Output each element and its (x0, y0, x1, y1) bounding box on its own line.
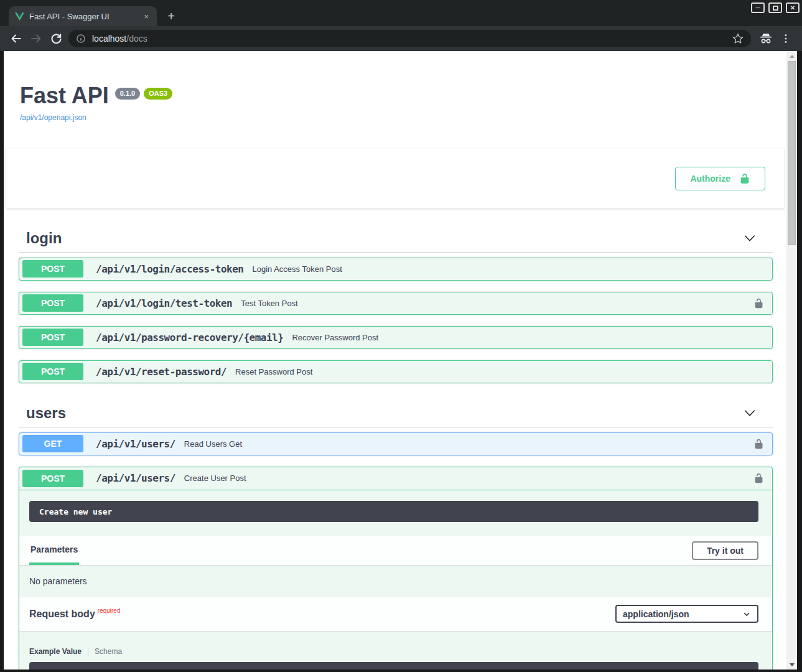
endpoint-password-recovery[interactable]: POST /api/v1/password-recovery/{email} R… (19, 326, 773, 349)
address-bar[interactable]: localhost/docs (68, 30, 751, 47)
site-info-icon[interactable] (76, 34, 86, 44)
required-badge: required (98, 607, 121, 614)
page-scrollbar[interactable] (786, 51, 797, 670)
request-body-label: Request body (29, 609, 95, 620)
browser-tab[interactable]: Fast API - Swagger UI × (9, 6, 157, 26)
api-info: Fast API 0.1.0 OAS3 /api/v1/openapi.json (4, 51, 786, 123)
operation-description-text: Create new user (39, 507, 112, 516)
model-example: Example Value Schema { (29, 647, 758, 670)
tab-close-icon[interactable]: × (142, 12, 151, 21)
scrollbar-down-arrow[interactable] (786, 660, 797, 670)
back-button[interactable] (6, 29, 26, 49)
section-users: users GET /api/v1/users/ Read Users Get … (19, 399, 773, 670)
method-badge: POST (22, 294, 83, 312)
tab-separator (88, 647, 88, 656)
tab-parameters[interactable]: Parameters (29, 536, 79, 565)
scrollbar-up-arrow[interactable] (786, 51, 797, 61)
method-badge: POST (22, 470, 83, 487)
method-badge: POST (22, 329, 83, 346)
endpoint-path: /api/v1/login/access-token (96, 263, 243, 275)
endpoint-login-access-token[interactable]: POST /api/v1/login/access-token Login Ac… (19, 258, 773, 281)
endpoint-path: /api/v1/login/test-token (96, 297, 232, 309)
operation-description: Create new user (29, 501, 758, 522)
chevron-down-icon[interactable] (743, 406, 757, 420)
endpoint-path: /api/v1/users/ (96, 438, 175, 450)
url-host: localhost (92, 34, 126, 44)
section-login-header[interactable]: login (19, 225, 773, 253)
authorize-label: Authorize (690, 174, 730, 183)
scrollbar-thumb[interactable] (788, 61, 796, 245)
section-users-header[interactable]: users (19, 399, 773, 427)
example-code-block[interactable]: { (29, 662, 758, 670)
request-body-header: Request body required application/json (19, 597, 772, 631)
browser-menu-button[interactable] (776, 29, 796, 49)
endpoint-summary: Login Access Token Post (252, 264, 769, 274)
page-viewport: Fast API 0.1.0 OAS3 /api/v1/openapi.json… (4, 51, 797, 670)
tab-schema[interactable]: Schema (95, 647, 122, 656)
favicon-icon (15, 12, 24, 21)
auth-lock-icon[interactable] (753, 298, 764, 309)
endpoint-summary: Reset Password Post (235, 367, 769, 376)
window-maximize-button[interactable] (768, 2, 782, 13)
unlock-icon (739, 173, 750, 184)
bookmark-star-icon[interactable] (732, 33, 744, 44)
tab-example-value[interactable]: Example Value (29, 647, 82, 656)
url-path: /docs (126, 34, 147, 44)
auth-lock-icon[interactable] (753, 439, 764, 449)
swagger-ui: Fast API 0.1.0 OAS3 /api/v1/openapi.json… (4, 51, 786, 670)
new-tab-button[interactable]: + (163, 8, 179, 24)
section-title: login (26, 230, 743, 247)
maximize-icon (773, 6, 778, 11)
select-chevron-icon (742, 610, 751, 618)
window-minimize-button[interactable]: ─ (751, 2, 765, 13)
version-badge: 0.1.0 (115, 88, 140, 100)
scheme-container: Authorize (6, 149, 784, 208)
chevron-down-icon[interactable] (743, 231, 757, 245)
window-close-button[interactable]: ✕ (786, 2, 800, 13)
media-type-select[interactable]: application/json (615, 605, 758, 623)
no-parameters-text: No parameters (19, 565, 772, 597)
endpoint-create-user-summary[interactable]: POST /api/v1/users/ Create User Post (19, 467, 772, 490)
endpoint-summary: Create User Post (184, 474, 748, 483)
authorize-button[interactable]: Authorize (675, 167, 765, 190)
try-it-out-button[interactable]: Try it out (692, 541, 758, 560)
method-badge: GET (22, 435, 83, 452)
forward-button[interactable] (26, 29, 46, 49)
section-login: login POST /api/v1/login/access-token Lo… (19, 225, 773, 383)
endpoint-login-test-token[interactable]: POST /api/v1/login/test-token Test Token… (19, 292, 773, 315)
incognito-icon (756, 29, 776, 49)
endpoint-path: /api/v1/reset-password/ (96, 366, 226, 378)
openapi-spec-link[interactable]: /api/v1/openapi.json (20, 113, 86, 122)
browser-titlebar: Fast API - Swagger UI × + ─ ✕ (0, 0, 802, 26)
auth-lock-icon[interactable] (753, 473, 764, 483)
media-type-value: application/json (623, 609, 689, 619)
method-badge: POST (22, 260, 83, 278)
parameters-header: Parameters Try it out (19, 536, 772, 565)
endpoint-read-users[interactable]: GET /api/v1/users/ Read Users Get (19, 432, 773, 455)
endpoint-reset-password[interactable]: POST /api/v1/reset-password/ Reset Passw… (19, 360, 773, 383)
browser-toolbar: localhost/docs (0, 26, 802, 51)
endpoint-path: /api/v1/users/ (96, 472, 175, 484)
method-badge: POST (22, 363, 83, 380)
endpoint-summary: Read Users Get (184, 439, 748, 449)
tab-title: Fast API - Swagger UI (29, 12, 142, 21)
endpoint-summary: Recover Password Post (292, 333, 769, 342)
endpoint-summary: Test Token Post (241, 299, 748, 308)
section-title: users (26, 404, 743, 422)
endpoint-path: /api/v1/password-recovery/{email} (96, 332, 283, 343)
endpoint-create-user-expanded: POST /api/v1/users/ Create User Post Cre… (19, 467, 773, 670)
oas3-badge: OAS3 (144, 88, 172, 100)
page-title: Fast API (20, 83, 109, 108)
reload-button[interactable] (46, 29, 66, 49)
